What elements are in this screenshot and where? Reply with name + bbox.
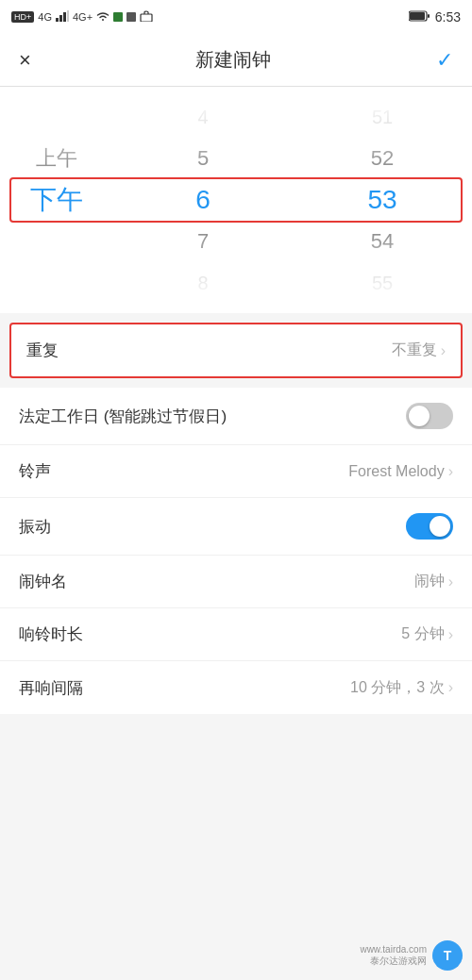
hour-item-8[interactable]: 8 — [113, 262, 293, 304]
watermark-logo: T — [432, 940, 463, 971]
repeat-row[interactable]: 重复 不重复 › — [9, 323, 463, 378]
hd-badge: HD+ — [11, 11, 34, 23]
workday-toggle-knob — [409, 406, 430, 426]
wifi-icon — [96, 10, 110, 25]
repeat-value: 不重复 — [392, 341, 437, 360]
snooze-interval-value-container: 10 分钟，3 次 › — [350, 678, 453, 698]
minute-item-52[interactable]: 52 — [293, 138, 472, 179]
workday-toggle[interactable] — [406, 403, 453, 429]
repeat-value-container: 不重复 › — [392, 341, 446, 360]
alarm-name-item[interactable]: 闹钟名 闹钟 › — [0, 556, 472, 608]
ringtone-label: 铃声 — [19, 460, 51, 482]
status-bar: HD+ 4G 4G+ — [0, 0, 472, 34]
alarm-name-value: 闹钟 — [414, 572, 445, 591]
vibrate-label: 振动 — [19, 516, 51, 538]
page-title: 新建闹钟 — [195, 47, 271, 73]
ringtone-value-container: Forest Melody › — [348, 463, 453, 480]
time-picker-container: 上午 下午 4 5 6 7 8 51 52 53 54 55 — [0, 87, 472, 313]
watermark-text: 泰尔达游戏网 — [370, 955, 427, 968]
alarm-name-value-container: 闹钟 › — [414, 572, 453, 591]
vibrate-toggle[interactable] — [406, 513, 453, 540]
period-column[interactable]: 上午 下午 — [0, 96, 113, 304]
hour-item-4[interactable]: 4 — [113, 96, 293, 138]
svg-rect-7 — [428, 14, 430, 18]
vibrate-toggle-knob — [430, 516, 450, 537]
svg-rect-6 — [410, 12, 425, 20]
ringtone-chevron: › — [448, 463, 453, 480]
period-item-empty — [0, 96, 113, 138]
ring-duration-label: 响铃时长 — [19, 623, 83, 645]
svg-rect-1 — [59, 15, 62, 22]
hour-item-6[interactable]: 6 — [113, 179, 293, 221]
ring-duration-item[interactable]: 响铃时长 5 分钟 › — [0, 608, 472, 661]
snooze-interval-value: 10 分钟，3 次 — [350, 678, 445, 698]
header: × 新建闹钟 ✓ — [0, 34, 472, 87]
battery-icon — [409, 10, 430, 25]
square-icon2 — [126, 12, 136, 22]
svg-rect-4 — [141, 14, 152, 22]
ring-duration-value-container: 5 分钟 › — [401, 624, 453, 644]
confirm-button[interactable]: ✓ — [436, 48, 453, 73]
repeat-label: 重复 — [26, 340, 59, 361]
time-picker[interactable]: 上午 下午 4 5 6 7 8 51 52 53 54 55 — [0, 96, 472, 304]
status-right-icons: 6:53 — [409, 9, 461, 25]
briefcase-icon — [140, 10, 153, 25]
snooze-interval-item[interactable]: 再响间隔 10 分钟，3 次 › — [0, 661, 472, 714]
period-item-pm[interactable]: 下午 — [0, 179, 113, 221]
hour-column[interactable]: 4 5 6 7 8 — [113, 96, 293, 304]
vibrate-item[interactable]: 振动 — [0, 498, 472, 556]
ring-duration-chevron: › — [448, 626, 453, 643]
workday-item[interactable]: 法定工作日 (智能跳过节假日) — [0, 388, 472, 445]
workday-label: 法定工作日 (智能跳过节假日) — [19, 406, 227, 427]
close-button[interactable]: × — [19, 48, 31, 73]
period-item-extra2 — [0, 262, 113, 304]
hour-item-5[interactable]: 5 — [113, 138, 293, 179]
ringtone-item[interactable]: 铃声 Forest Melody › — [0, 445, 472, 498]
signal-bars — [56, 10, 69, 25]
alarm-name-chevron: › — [448, 573, 453, 590]
minute-item-51[interactable]: 51 — [293, 96, 472, 138]
minute-item-54[interactable]: 54 — [293, 221, 472, 262]
snooze-interval-label: 再响间隔 — [19, 677, 83, 699]
alarm-name-label: 闹钟名 — [19, 571, 67, 592]
svg-rect-3 — [67, 10, 69, 22]
period-item-extra — [0, 221, 113, 262]
minute-item-55[interactable]: 55 — [293, 262, 472, 304]
period-item-am[interactable]: 上午 — [0, 138, 113, 179]
status-left-icons: HD+ 4G 4G+ — [11, 10, 153, 25]
hour-item-7[interactable]: 7 — [113, 221, 293, 262]
minute-item-53[interactable]: 53 — [293, 179, 472, 221]
repeat-chevron: › — [441, 342, 446, 359]
snooze-interval-chevron: › — [448, 679, 453, 696]
ring-duration-value: 5 分钟 — [401, 624, 444, 644]
ringtone-value: Forest Melody — [348, 463, 444, 480]
minute-column[interactable]: 51 52 53 54 55 — [293, 96, 472, 304]
signal-4g-plus: 4G+ — [73, 11, 93, 23]
svg-rect-0 — [56, 18, 59, 22]
settings-section: 法定工作日 (智能跳过节假日) 铃声 Forest Melody › 振动 闹钟… — [0, 388, 472, 714]
signal-4g: 4G — [38, 11, 52, 23]
watermark: www.tairda.com 泰尔达游戏网 T — [360, 940, 463, 971]
svg-rect-2 — [63, 12, 66, 22]
square-icon1 — [113, 12, 123, 22]
watermark-url: www.tairda.com — [360, 944, 427, 955]
clock-time: 6:53 — [435, 9, 461, 25]
repeat-inner: 重复 不重复 › — [11, 324, 461, 376]
